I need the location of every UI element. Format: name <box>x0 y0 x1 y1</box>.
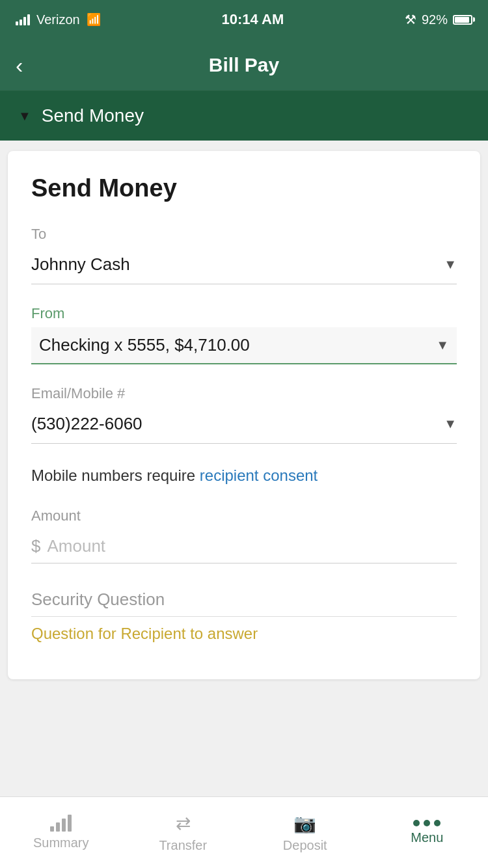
card-title: Send Money <box>31 174 457 202</box>
mobile-note: Mobile numbers require recipient consent <box>31 465 457 487</box>
alarm-icon: ⚒ <box>405 12 416 27</box>
security-placeholder[interactable]: Question for Recipient to answer <box>31 625 258 642</box>
nav-bar: ‹ Bill Pay <box>0 39 488 91</box>
to-dropdown[interactable]: Johnny Cash ▼ <box>31 248 457 284</box>
status-left: Verizon 📶 <box>16 12 101 27</box>
signal-icon <box>16 14 30 25</box>
status-bar: Verizon 📶 10:14 AM ⚒ 92% <box>0 0 488 39</box>
to-chevron-icon: ▼ <box>444 257 457 272</box>
from-field-group: From Checking x 5555, $4,710.00 ▼ <box>31 305 457 364</box>
amount-label: Amount <box>31 508 457 524</box>
nav-item-deposit[interactable]: 📷 Deposit <box>244 797 366 868</box>
status-time: 10:14 AM <box>221 11 284 28</box>
from-value: Checking x 5555, $4,710.00 <box>39 335 250 355</box>
amount-placeholder: Amount <box>47 536 105 556</box>
security-label: Security Question <box>31 590 457 610</box>
from-chevron-icon: ▼ <box>436 338 449 353</box>
battery-percent: 92% <box>422 12 448 27</box>
email-chevron-icon: ▼ <box>444 416 457 431</box>
from-label: From <box>31 305 457 322</box>
nav-item-summary[interactable]: Summary <box>0 797 122 868</box>
recipient-consent-link[interactable]: recipient consent <box>200 467 318 484</box>
to-value: Johnny Cash <box>31 254 130 275</box>
dropdown-header-title: Send Money <box>42 105 144 126</box>
security-question-group: Security Question Question for Recipient… <box>31 590 457 643</box>
content-card: Send Money To Johnny Cash ▼ From Checkin… <box>8 151 480 679</box>
carrier-label: Verizon <box>36 12 80 27</box>
security-divider <box>31 616 457 617</box>
deposit-label: Deposit <box>283 838 327 853</box>
transfer-icon: ⇄ <box>176 813 191 834</box>
nav-title: Bill Pay <box>209 54 279 76</box>
amount-field-group: Amount $ Amount <box>31 508 457 563</box>
camera-icon: 📷 <box>293 813 316 834</box>
nav-item-menu[interactable]: Menu <box>366 797 489 868</box>
nav-item-transfer[interactable]: ⇄ Transfer <box>122 797 245 868</box>
mobile-note-text: Mobile numbers require <box>31 467 200 484</box>
back-button[interactable]: ‹ <box>16 54 23 76</box>
summary-icon <box>50 815 72 832</box>
battery-icon <box>453 15 472 25</box>
status-right: ⚒ 92% <box>405 12 472 27</box>
bottom-nav: Summary ⇄ Transfer 📷 Deposit Menu <box>0 796 488 868</box>
transfer-label: Transfer <box>159 838 207 853</box>
to-label: To <box>31 226 457 243</box>
email-dropdown[interactable]: (530)222-6060 ▼ <box>31 407 457 444</box>
wifi-icon: 📶 <box>87 12 101 27</box>
email-field-group: Email/Mobile # (530)222-6060 ▼ <box>31 385 457 444</box>
dollar-sign: $ <box>31 536 40 556</box>
summary-label: Summary <box>33 835 89 850</box>
menu-label: Menu <box>411 830 443 845</box>
email-label: Email/Mobile # <box>31 385 457 402</box>
amount-input-row[interactable]: $ Amount <box>31 530 457 563</box>
dropdown-header[interactable]: ▼ Send Money <box>0 91 488 141</box>
menu-icon <box>413 820 441 826</box>
from-dropdown[interactable]: Checking x 5555, $4,710.00 ▼ <box>31 327 457 364</box>
to-field-group: To Johnny Cash ▼ <box>31 226 457 284</box>
email-value: (530)222-6060 <box>31 414 142 434</box>
dropdown-arrow-icon: ▼ <box>18 109 31 124</box>
